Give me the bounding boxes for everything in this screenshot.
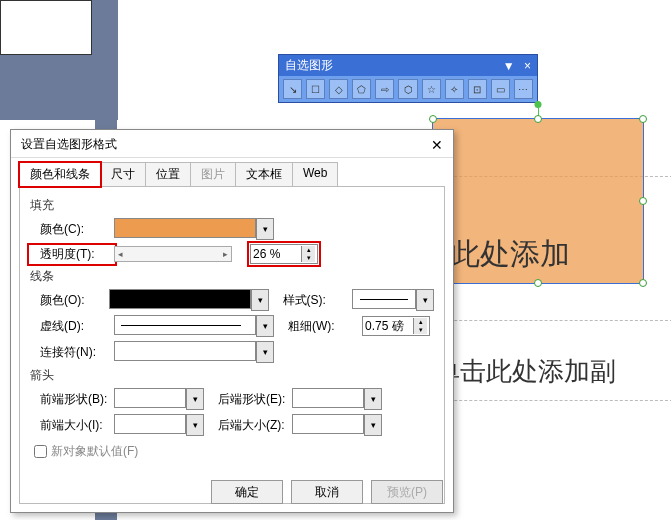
slider-right-icon[interactable]: ▸	[223, 249, 228, 259]
resize-handle[interactable]	[639, 197, 647, 205]
spin-up-icon[interactable]: ▴	[301, 246, 315, 254]
spin-down-icon[interactable]: ▾	[413, 326, 427, 334]
default-checkbox-label: 新对象默认值(F)	[51, 443, 138, 460]
connector-label: 连接符(N):	[30, 344, 114, 361]
end-style-combo[interactable]: ▾	[292, 388, 382, 410]
autoshapes-toolbar: 自选图形 ▼ × ↘ ☐ ◇ ⬠ ⇨ ⬡ ☆ ✧ ⊡ ▭ ⋯	[278, 54, 538, 103]
line-group-label: 线条	[30, 268, 434, 285]
connector-swatch	[114, 341, 256, 361]
dash-label: 虚线(D):	[30, 318, 114, 335]
shape-tool-icon[interactable]: ☆	[422, 79, 441, 99]
dialog-titlebar[interactable]: 设置自选图形格式 ✕	[11, 130, 453, 158]
tab-web[interactable]: Web	[292, 162, 338, 187]
begin-style-label: 前端形状(B):	[30, 391, 114, 408]
weight-spinner[interactable]: ▴ ▾	[362, 316, 430, 336]
format-autoshape-dialog: 设置自选图形格式 ✕ 颜色和线条 尺寸 位置 图片 文本框 Web 填充 颜色(…	[10, 129, 454, 513]
tab-size[interactable]: 尺寸	[100, 162, 146, 187]
chevron-down-icon[interactable]: ▾	[256, 341, 274, 363]
resize-handle[interactable]	[534, 115, 542, 123]
dialog-tabs: 颜色和线条 尺寸 位置 图片 文本框 Web	[19, 162, 445, 187]
chevron-down-icon[interactable]: ▾	[256, 315, 274, 337]
spin-down-icon[interactable]: ▾	[301, 254, 315, 262]
arrow-group-label: 箭头	[30, 367, 434, 384]
tab-picture[interactable]: 图片	[190, 162, 236, 187]
chevron-down-icon[interactable]: ▾	[364, 388, 382, 410]
chevron-down-icon[interactable]: ▾	[186, 414, 204, 436]
fill-color-swatch	[114, 218, 256, 238]
dash-swatch	[114, 315, 256, 335]
shape-tool-icon[interactable]: ◇	[329, 79, 348, 99]
end-size-swatch	[292, 414, 364, 434]
line-style-swatch	[352, 289, 416, 309]
dialog-title-text: 设置自选图形格式	[21, 136, 117, 153]
toolbar-menu-icon[interactable]: ▼	[503, 59, 515, 73]
line-style-combo[interactable]: ▾	[352, 289, 434, 311]
shape-tool-icon[interactable]: ⬡	[398, 79, 417, 99]
close-icon[interactable]: ✕	[431, 137, 443, 153]
end-style-swatch	[292, 388, 364, 408]
fill-group-label: 填充	[30, 197, 434, 214]
fill-color-combo[interactable]: ▾	[114, 218, 274, 240]
begin-style-swatch	[114, 388, 186, 408]
begin-size-swatch	[114, 414, 186, 434]
resize-handle[interactable]	[639, 279, 647, 287]
shape-tool-icon[interactable]: ⬠	[352, 79, 371, 99]
tab-textbox[interactable]: 文本框	[235, 162, 293, 187]
chevron-down-icon[interactable]: ▾	[364, 414, 382, 436]
connector-combo[interactable]: ▾	[114, 341, 274, 363]
preview-button[interactable]: 预览(P)	[371, 480, 443, 504]
resize-handle[interactable]	[639, 115, 647, 123]
end-style-label: 后端形状(E):	[218, 391, 292, 408]
dialog-button-row: 确定 取消 预览(P)	[211, 480, 443, 504]
resize-handle[interactable]	[429, 115, 437, 123]
fill-color-label: 颜色(C):	[30, 221, 114, 238]
chevron-down-icon[interactable]: ▾	[256, 218, 274, 240]
chevron-down-icon[interactable]: ▾	[186, 388, 204, 410]
subtitle-placeholder-text[interactable]: 单击此处添加副	[434, 354, 616, 389]
toolbar-close-icon[interactable]: ×	[524, 59, 531, 73]
chevron-down-icon[interactable]: ▾	[251, 289, 269, 311]
line-style-label: 样式(S):	[283, 292, 352, 309]
transparency-input[interactable]	[251, 246, 301, 262]
transparency-slider[interactable]: ◂ ▸	[114, 246, 232, 262]
end-size-label: 后端大小(Z):	[218, 417, 292, 434]
begin-style-combo[interactable]: ▾	[114, 388, 204, 410]
tab-colors-lines[interactable]: 颜色和线条	[19, 162, 101, 187]
cancel-button[interactable]: 取消	[291, 480, 363, 504]
line-color-label: 颜色(O):	[30, 292, 109, 309]
shape-tool-icon[interactable]: ☐	[306, 79, 325, 99]
begin-size-label: 前端大小(I):	[30, 417, 114, 434]
end-size-combo[interactable]: ▾	[292, 414, 382, 436]
default-checkbox[interactable]	[34, 445, 47, 458]
tab-position[interactable]: 位置	[145, 162, 191, 187]
toolbar-buttons-row: ↘ ☐ ◇ ⬠ ⇨ ⬡ ☆ ✧ ⊡ ▭ ⋯	[279, 76, 537, 102]
spin-up-icon[interactable]: ▴	[413, 318, 427, 326]
shape-tool-icon[interactable]: ⊡	[468, 79, 487, 99]
resize-handle[interactable]	[534, 279, 542, 287]
toolbar-title-text: 自选图形	[285, 57, 333, 74]
shape-tool-icon[interactable]: ✧	[445, 79, 464, 99]
shape-tool-icon[interactable]: ⋯	[514, 79, 533, 99]
begin-size-combo[interactable]: ▾	[114, 414, 204, 436]
transparency-label: 透明度(T):	[30, 246, 114, 263]
shape-tool-icon[interactable]: ⇨	[375, 79, 394, 99]
transparency-spinner[interactable]: ▴ ▾	[250, 244, 318, 264]
chevron-down-icon[interactable]: ▾	[416, 289, 434, 311]
dash-combo[interactable]: ▾	[114, 315, 274, 337]
shape-tool-icon[interactable]: ▭	[491, 79, 510, 99]
weight-label: 粗细(W):	[288, 318, 362, 335]
rotate-handle-icon[interactable]	[535, 101, 542, 108]
line-color-combo[interactable]: ▾	[109, 289, 269, 311]
ok-button[interactable]: 确定	[211, 480, 283, 504]
weight-input[interactable]	[363, 318, 413, 334]
toolbar-titlebar[interactable]: 自选图形 ▼ ×	[279, 55, 537, 76]
tab-pane: 填充 颜色(C): ▾ 透明度(T): ◂ ▸ ▴ ▾ 线条	[19, 186, 445, 504]
slide-thumbnail[interactable]	[0, 0, 92, 55]
shape-tool-icon[interactable]: ↘	[283, 79, 302, 99]
slider-left-icon[interactable]: ◂	[118, 249, 123, 259]
line-color-swatch	[109, 289, 251, 309]
